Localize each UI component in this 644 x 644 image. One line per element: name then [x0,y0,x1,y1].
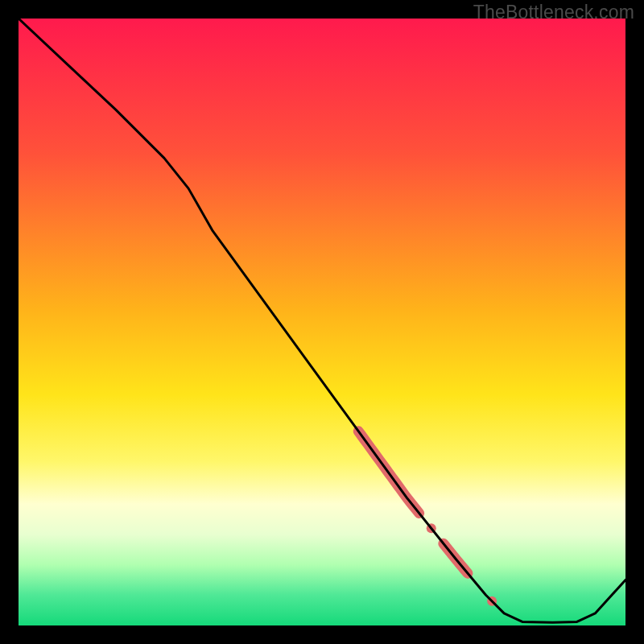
watermark-text: TheBottleneck.com [473,2,634,23]
plot-area [19,19,625,625]
chart-svg [19,19,625,625]
chart-frame: TheBottleneck.com [0,0,644,644]
chart-background [19,19,625,625]
